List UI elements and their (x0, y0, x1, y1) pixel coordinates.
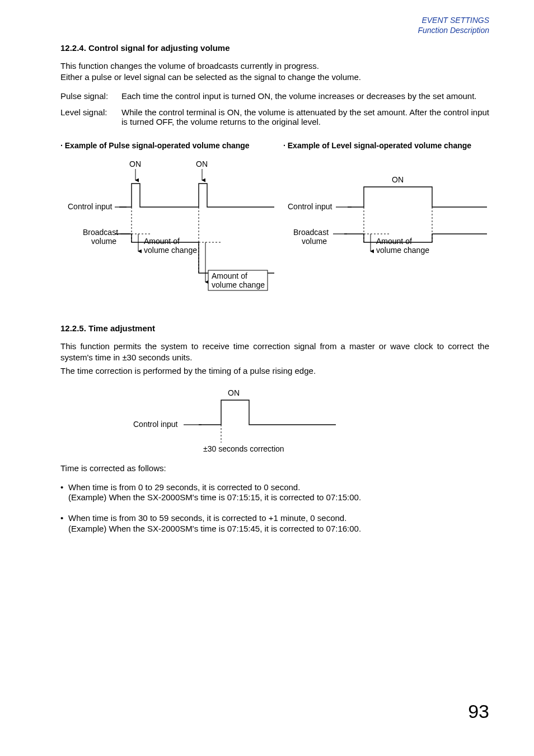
list-item: • When time is from 0 to 29 seconds, it … (60, 482, 489, 504)
section-1224-heading: 12.2.4. Control signal for adjusting vol… (60, 43, 489, 53)
control-input-label: Control input (68, 202, 112, 211)
amount-of-label: Amount of (144, 237, 180, 246)
section-1224-intro: This function changes the volume of broa… (60, 60, 489, 83)
bullet-icon: • (60, 482, 63, 493)
time-bullets: • When time is from 0 to 29 seconds, it … (60, 482, 489, 534)
volume-change-label: volume change (376, 246, 429, 255)
volume-change-label: volume change (212, 280, 265, 289)
pulse-example-title: · Example of Pulse signal-operated volum… (60, 141, 266, 150)
on-label: ON (129, 159, 141, 168)
bullet2-line1: When time is from 30 to 59 seconds, it i… (68, 513, 346, 523)
bullet2-line2: (Example) When the SX-2000SM's time is 0… (68, 524, 361, 533)
header-line2: Function Description (418, 26, 489, 35)
control-input-label: Control input (288, 202, 332, 211)
pulse-label: Pulse signal: (60, 91, 121, 101)
on-label: ON (392, 175, 404, 184)
volume-change-label: volume change (144, 246, 197, 255)
bullet1-line1: When time is from 0 to 29 seconds, it is… (68, 482, 300, 492)
section-1225-para2: The time correction is performed by the … (60, 365, 489, 377)
level-example-title: · Example of Level signal-operated volum… (272, 141, 489, 150)
volume-label: volume (302, 237, 327, 246)
control-input-label: Control input (133, 420, 177, 429)
broadcast-label: Broadcast (293, 228, 329, 237)
page-header: EVENT SETTINGS Function Description (60, 16, 489, 35)
on-label: ON (196, 159, 208, 168)
level-desc: While the control terminal is ON, the vo… (121, 107, 489, 126)
level-signal-row: Level signal: While the control terminal… (60, 107, 489, 126)
page-number: 93 (468, 701, 489, 722)
time-diagram: ON Control input ±30 seconds correction (60, 384, 489, 463)
time-diagram-svg: ON Control input ±30 seconds correction (0, 384, 534, 463)
header-line1: EVENT SETTINGS (421, 16, 489, 25)
volume-diagram-svg: ON ON Control input Broadcast volume Amo… (0, 150, 534, 318)
pulse-signal-row: Pulse signal: Each time the control inpu… (60, 91, 489, 101)
level-label: Level signal: (60, 107, 121, 117)
signal-descriptions: Pulse signal: Each time the control inpu… (60, 91, 489, 126)
pulse-desc: Each time the control input is turned ON… (121, 91, 489, 101)
volume-label: volume (91, 237, 116, 246)
time-follows: Time is corrected as follows: (60, 463, 489, 474)
bullet1-line2: (Example) When the SX-2000SM's time is 0… (68, 492, 361, 502)
amount-of-label: Amount of (376, 237, 412, 246)
list-item: • When time is from 30 to 59 seconds, it… (60, 513, 489, 534)
section-1225-para1: This function permits the system to rece… (60, 341, 489, 364)
example-titles: · Example of Pulse signal-operated volum… (60, 141, 489, 150)
intro-line1: This function changes the volume of broa… (60, 61, 319, 71)
on-label: ON (228, 388, 240, 397)
bullet-icon: • (60, 513, 63, 524)
intro-line2: Either a pulse or level signal can be se… (60, 72, 361, 82)
correction-label: ±30 seconds correction (203, 444, 284, 453)
amount-of-label: Amount of (212, 271, 247, 280)
volume-diagrams: ON ON Control input Broadcast volume Amo… (60, 150, 489, 318)
broadcast-label: Broadcast (83, 228, 118, 237)
section-1225-heading: 12.2.5. Time adjustment (60, 323, 489, 333)
